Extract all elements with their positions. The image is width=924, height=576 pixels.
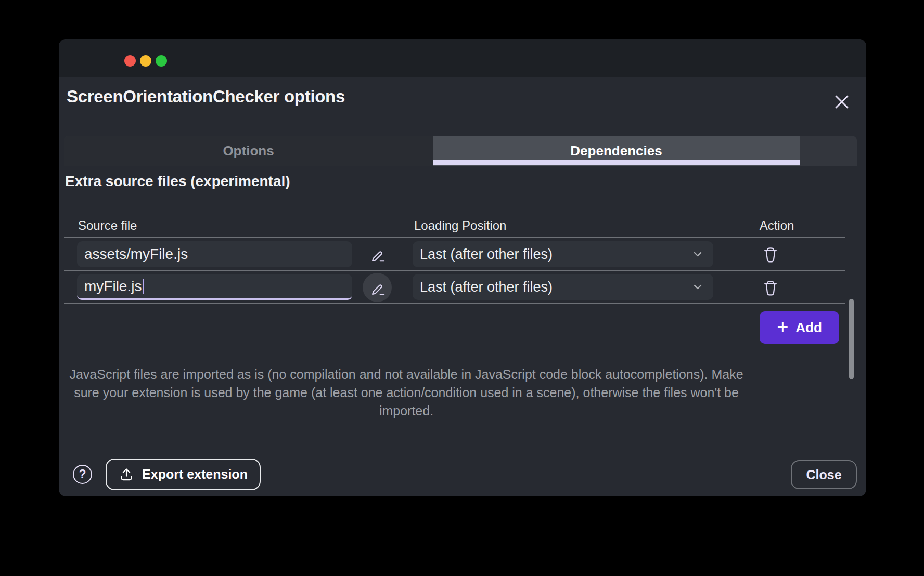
- scrollbar-thumb[interactable]: [849, 299, 854, 379]
- column-header-loading-position: Loading Position: [414, 218, 506, 233]
- chevron-down-icon: [694, 252, 702, 257]
- add-source-file-button[interactable]: + Add: [760, 311, 839, 344]
- trash-icon: [761, 244, 780, 264]
- active-tab-indicator: [433, 160, 800, 165]
- edit-source-button-row2[interactable]: [363, 273, 392, 302]
- add-button-label: Add: [795, 320, 822, 336]
- column-header-action: Action: [740, 218, 813, 233]
- help-button[interactable]: ?: [73, 465, 92, 484]
- chevron-down-icon: [694, 284, 702, 290]
- source-file-input-row2[interactable]: myFile.js: [77, 274, 352, 300]
- tab-options-label: Options: [223, 143, 274, 159]
- tab-options[interactable]: Options: [64, 136, 433, 166]
- pencil-icon: [369, 245, 386, 263]
- divider: [64, 303, 845, 304]
- traffic-light-close-button[interactable]: [124, 55, 136, 67]
- delete-row-button-row1[interactable]: [756, 240, 785, 269]
- export-button-label: Export extension: [142, 467, 248, 482]
- screen-backdrop: ScreenOrientationChecker options Options…: [0, 0, 924, 576]
- traffic-light-zoom-button[interactable]: [156, 55, 167, 67]
- loading-position-value-row1: Last (after other files): [420, 246, 553, 263]
- source-file-value-row2: myFile.js: [84, 278, 142, 295]
- description-text: JavaScript files are imported as is (no …: [64, 365, 749, 420]
- edit-source-button-row1[interactable]: [363, 240, 392, 269]
- x-icon: [834, 94, 850, 110]
- close-button[interactable]: Close: [791, 460, 857, 489]
- upload-icon: [119, 466, 134, 483]
- question-mark-icon: ?: [79, 467, 86, 481]
- plus-icon: +: [777, 317, 788, 337]
- loading-position-select-row1[interactable]: Last (after other files): [413, 241, 713, 267]
- extension-options-dialog: ScreenOrientationChecker options Options…: [59, 39, 866, 496]
- trash-icon: [761, 278, 780, 297]
- source-file-input-row1[interactable]: [77, 241, 352, 267]
- section-heading: Extra source files (experimental): [65, 173, 290, 190]
- pencil-icon: [369, 279, 386, 296]
- loading-position-value-row2: Last (after other files): [420, 279, 553, 295]
- close-button-label: Close: [806, 467, 841, 482]
- tab-bar: Options Dependencies: [64, 136, 857, 166]
- column-header-source-file: Source file: [78, 218, 137, 233]
- close-dialog-button[interactable]: [834, 94, 850, 110]
- dialog-title: ScreenOrientationChecker options: [67, 87, 345, 107]
- titlebar[interactable]: [59, 39, 866, 77]
- tab-dependencies-label: Dependencies: [570, 143, 662, 159]
- divider: [64, 270, 845, 271]
- loading-position-select-row2[interactable]: Last (after other files): [413, 274, 713, 300]
- delete-row-button-row2[interactable]: [756, 273, 785, 302]
- text-caret: [143, 279, 144, 294]
- export-extension-button[interactable]: Export extension: [106, 459, 261, 490]
- divider: [64, 237, 845, 238]
- traffic-light-minimize-button[interactable]: [140, 55, 151, 67]
